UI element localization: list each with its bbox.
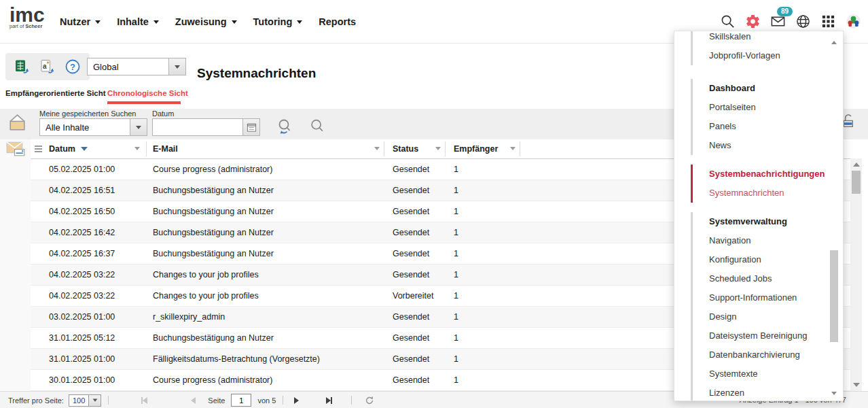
per-page-select-button[interactable]: [88, 394, 101, 407]
community-icon[interactable]: [846, 14, 861, 29]
excel-export-icon[interactable]: [14, 58, 31, 75]
saved-search-select-button[interactable]: [130, 118, 147, 136]
open-envelope-icon[interactable]: [6, 112, 29, 137]
per-page-select[interactable]: 100: [69, 394, 101, 407]
scrollbar-thumb[interactable]: [830, 250, 838, 342]
column-header-status[interactable]: Status: [393, 139, 418, 158]
refresh-icon[interactable]: [364, 395, 375, 406]
date-input[interactable]: [152, 118, 242, 136]
menu-item-systemnachrichten[interactable]: Systemnachrichten: [709, 184, 816, 203]
menu-group-systembenachrichtigungen: Systembenachrichtigungen Systemnachricht…: [691, 165, 816, 203]
scrollbar-thumb[interactable]: [852, 171, 861, 194]
help-icon[interactable]: ?: [65, 58, 81, 75]
scope-select-button[interactable]: [168, 58, 186, 75]
sort-desc-icon: [81, 147, 88, 151]
nav-item-zuweisung[interactable]: Zuweisung: [175, 16, 237, 27]
menu-item-datenbankarchivierung[interactable]: Datenbankarchivierung: [709, 345, 816, 364]
cell-empfaenger: 1: [454, 222, 458, 243]
menu-header-systemverwaltung[interactable]: Systemverwaltung: [709, 212, 816, 231]
nav-item-tutoring[interactable]: Tutoring: [253, 16, 303, 27]
logo-subtext: part of Scheer: [10, 23, 45, 29]
column-header-empfaenger[interactable]: Empfänger: [454, 139, 498, 158]
scroll-down-icon[interactable]: [831, 392, 837, 395]
chevron-down-icon: [95, 20, 101, 24]
cell-status: Gesendet: [393, 349, 429, 369]
export-toolbar: a ?: [5, 53, 90, 80]
nav-item-reports[interactable]: Reports: [319, 16, 356, 27]
menu-group-systemverwaltung: Systemverwaltung Navigation Konfiguratio…: [691, 212, 816, 401]
menu-item-navigation[interactable]: Navigation: [709, 231, 816, 250]
cell-email: Changes to your job profiles: [153, 286, 259, 306]
scroll-up-icon[interactable]: [831, 41, 837, 44]
app-window: imc part of Scheer Nutzer Inhalte Zuweis…: [0, 0, 868, 408]
menu-item-news[interactable]: News: [709, 136, 816, 155]
menu-item-dateisystem-bereinigung[interactable]: Dateisystem Bereinigung: [709, 326, 816, 345]
last-page-button[interactable]: [326, 397, 332, 404]
cell-datum: 31.01.2025 01:00: [49, 349, 115, 369]
calendar-icon[interactable]: [242, 118, 260, 136]
column-header-email[interactable]: E-Mail: [153, 139, 178, 158]
scope-select[interactable]: Global: [87, 58, 186, 75]
cell-empfaenger: 1: [454, 159, 458, 180]
menu-group: Skillskalen Jobprofil-Vorlagen: [691, 31, 816, 65]
apps-grid-icon[interactable]: [820, 14, 836, 29]
search-reset-icon[interactable]: [274, 117, 295, 140]
menu-item-panels[interactable]: Panels: [709, 117, 816, 136]
saved-search-value: Alle Inhalte: [39, 118, 130, 136]
menu-header-systembenachrichtigungen[interactable]: Systembenachrichtigungen: [709, 165, 816, 184]
cell-datum: 04.02.2025 16:50: [49, 201, 115, 222]
cell-email: Changes to your job profiles: [153, 265, 259, 285]
mail-badge: 89: [777, 7, 793, 16]
document-export-icon[interactable]: a: [39, 58, 56, 75]
column-filter-icon[interactable]: [134, 147, 140, 150]
previous-page-button[interactable]: [191, 397, 196, 404]
cell-email: Course progress (administrator): [153, 159, 272, 180]
menu-item-skillskalen[interactable]: Skillskalen: [709, 31, 816, 46]
menu-item-portalseiten[interactable]: Portalseiten: [709, 98, 816, 117]
per-page-value: 100: [69, 394, 88, 407]
tab-chronologische-sicht[interactable]: Chronologische Sicht: [107, 89, 188, 97]
search-icon[interactable]: [720, 14, 736, 29]
gear-icon[interactable]: [745, 14, 761, 29]
chevron-down-icon: [136, 126, 141, 129]
cell-email: Buchungsbestätigung an Nutzer: [153, 243, 274, 264]
mail-icon[interactable]: 89: [770, 14, 786, 29]
cell-status: Gesendet: [393, 370, 429, 390]
menu-item-systemtexte[interactable]: Systemtexte: [709, 364, 816, 384]
table-scrollbar[interactable]: [850, 158, 862, 391]
cell-status: Gesendet: [393, 265, 429, 285]
nav-item-inhalte[interactable]: Inhalte: [117, 16, 159, 27]
column-filter-icon[interactable]: [510, 147, 516, 150]
page-number-input[interactable]: [231, 394, 251, 407]
menu-header-dashboard[interactable]: Dashboard: [709, 79, 816, 98]
cell-empfaenger: 1: [454, 180, 458, 201]
globe-icon[interactable]: [795, 14, 811, 29]
scroll-down-icon[interactable]: [853, 383, 860, 387]
menu-item-konfiguration[interactable]: Konfiguration: [709, 250, 816, 269]
scroll-up-icon[interactable]: [853, 163, 860, 167]
cell-email: Buchungsbestätigung an Nutzer: [153, 222, 274, 243]
cell-email: Course progress (administrator): [153, 370, 272, 390]
menu-item-lizenzen[interactable]: Lizenzen: [709, 384, 816, 401]
first-page-button[interactable]: [141, 397, 147, 404]
menu-item-design[interactable]: Design: [709, 307, 816, 326]
menu-item-support-informationen[interactable]: Support-Informationen: [709, 288, 816, 307]
menu-item-scheduled-jobs[interactable]: Scheduled Jobs: [709, 269, 816, 288]
next-page-button[interactable]: [294, 397, 299, 404]
nav-item-nutzer[interactable]: Nutzer: [60, 16, 101, 27]
column-header-datum[interactable]: Datum: [49, 139, 88, 158]
menu-scrollbar[interactable]: [830, 31, 839, 401]
column-filter-icon[interactable]: [374, 147, 380, 150]
per-page-label: Treffer pro Seite:: [8, 396, 64, 405]
search-icon[interactable]: [308, 117, 327, 139]
column-filter-icon[interactable]: [435, 147, 441, 150]
saved-search-select[interactable]: Alle Inhalte: [39, 118, 147, 136]
envelope-card-icon[interactable]: [5, 138, 27, 163]
imc-logo[interactable]: imc part of Scheer: [10, 5, 45, 29]
cell-email: Fälligkeitsdatums-Betrachtung (Vorgesetz…: [153, 349, 320, 369]
tab-empfaengerorientierte-sicht[interactable]: Empfängerorientierte Sicht: [5, 89, 106, 97]
grid-menu-icon[interactable]: [35, 146, 42, 154]
cell-datum: 03.02.2025 01:00: [49, 307, 115, 327]
cell-datum: 04.02.2025 16:37: [49, 243, 115, 264]
menu-item-jobprofil-vorlagen[interactable]: Jobprofil-Vorlagen: [709, 46, 816, 65]
